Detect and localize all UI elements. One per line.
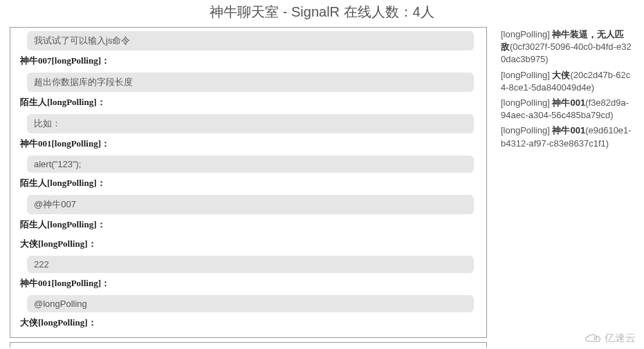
chat-message: 我试试了可以输入js命令神牛007[longPolling]： (20, 31, 474, 71)
message-sender: 大侠[longPolling]： (20, 315, 474, 333)
input-box-top-edge (10, 342, 487, 348)
user-list-item: [longPolling] 神牛001(f3e82d9a-94aec-a304-… (501, 97, 632, 122)
user-id: (0cf3027f-5096-40c0-b4fd-e320dac3b975) (501, 41, 632, 64)
user-transport: [longPolling] (501, 125, 550, 135)
chat-message: 超出你数据库的字段长度陌生人[longPolling]： (20, 73, 474, 113)
message-body: 比如： (27, 114, 474, 133)
message-body: 我试试了可以输入js命令 (27, 31, 474, 50)
chat-message: 比如：神牛001[longPolling]： (20, 114, 474, 154)
message-body: @longPolling (27, 295, 474, 312)
user-name: 大侠 (552, 70, 570, 80)
chat-message: 怎么草除陌生人[longPolling]： (20, 27, 474, 30)
message-body: @神牛007 (27, 195, 474, 214)
watermark: 亿速云 (584, 332, 636, 345)
chat-message: @longPolling大侠[longPolling]： (20, 295, 474, 333)
message-body: 超出你数据库的字段长度 (27, 73, 474, 92)
user-list-item: [longPolling] 神牛装逼，无人匹敌(0cf3027f-5096-40… (501, 28, 632, 66)
message-sender: 陌生人[longPolling]： (20, 217, 474, 235)
chat-panel[interactable]: 怎么草除陌生人[longPolling]：我试试了可以输入js命令神牛007[l… (10, 27, 487, 338)
chat-message: 222神牛001[longPolling]： (20, 256, 474, 294)
message-sender: 大侠[longPolling]： (20, 236, 474, 254)
chat-message: 大侠[longPolling]： (20, 236, 474, 254)
message-sender: 陌生人[longPolling]： (20, 176, 474, 194)
message-sender: 神牛007[longPolling]： (20, 53, 474, 71)
message-sender: 神牛001[longPolling]： (20, 276, 474, 294)
page-title: 神牛聊天室 - SignalR 在线人数：4人 (0, 0, 644, 27)
watermark-text: 亿速云 (605, 332, 636, 345)
main-container: 怎么草除陌生人[longPolling]：我试试了可以输入js命令神牛007[l… (0, 27, 644, 338)
user-transport: [longPolling] (501, 29, 550, 39)
user-list-item: [longPolling] 大侠(20c2d47b-62c4-8ce1-5da8… (501, 69, 632, 94)
message-sender: 陌生人[longPolling]： (20, 27, 474, 30)
svg-point-0 (594, 337, 597, 339)
user-list-panel: [longPolling] 神牛装逼，无人匹敌(0cf3027f-5096-40… (501, 27, 632, 338)
user-list-item: [longPolling] 神牛001(e9d610e1-b4312-af97-… (501, 124, 632, 149)
message-body: 222 (27, 256, 474, 273)
chat-message: alert("123");陌生人[longPolling]： (20, 155, 474, 194)
chat-message: @神牛007陌生人[longPolling]： (20, 195, 474, 235)
cloud-icon (584, 332, 602, 345)
message-sender: 神牛001[longPolling]： (20, 136, 474, 154)
user-transport: [longPolling] (501, 70, 550, 80)
message-sender: 陌生人[longPolling]： (20, 95, 474, 113)
user-transport: [longPolling] (501, 97, 550, 108)
user-name: 神牛001 (552, 97, 585, 108)
user-name: 神牛001 (552, 125, 585, 135)
message-body: alert("123"); (27, 155, 474, 173)
